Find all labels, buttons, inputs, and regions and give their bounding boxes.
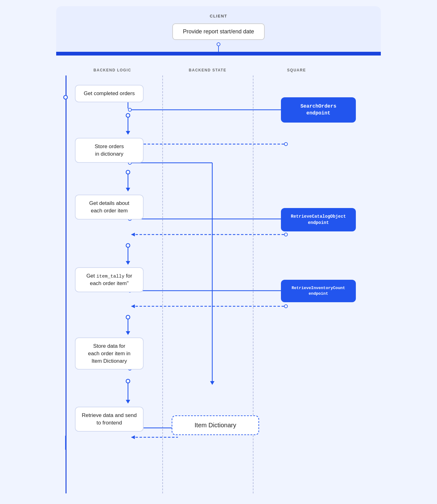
client-label: CLIENT — [210, 14, 227, 18]
blue-bar — [56, 52, 381, 56]
svg-point-2 — [128, 108, 131, 111]
svg-marker-23 — [131, 233, 135, 236]
headers-row: BACKEND LOGIC BACKEND STATE SQUARE — [56, 56, 381, 75]
col-header-logic: BACKEND LOGIC — [62, 62, 162, 75]
svg-point-40 — [126, 379, 130, 383]
svg-point-31 — [284, 305, 287, 308]
svg-point-34 — [126, 315, 130, 319]
col-header-state: BACKEND STATE — [162, 62, 253, 75]
step3-text: Get details abouteach order item — [75, 195, 144, 220]
svg-point-21 — [284, 233, 287, 236]
diagram-container: CLIENT Provide report start/end date BAC… — [56, 6, 381, 499]
step4-text: Get item_tally foreach order item" — [75, 267, 144, 292]
step2-text: Store ordersin dictionary — [75, 138, 144, 163]
client-box: Provide report start/end date — [172, 23, 265, 40]
svg-marker-33 — [131, 304, 135, 308]
svg-point-14 — [126, 170, 130, 174]
svg-marker-26 — [126, 261, 130, 265]
svg-marker-39 — [210, 381, 214, 385]
step1-text: Get completed orders — [75, 85, 144, 102]
ep3-box: RetrieveInventoryCount endpoint — [275, 280, 356, 302]
step4-box: Get item_tally foreach order item" — [75, 267, 144, 292]
svg-marker-42 — [126, 400, 130, 404]
svg-point-24 — [126, 244, 130, 247]
ep2-text: RetrieveCatalogObject endpoint — [281, 208, 356, 231]
ep1-text: SearchOrders endpoint — [281, 97, 356, 123]
step6-text: Retrieve data and sendto frontend — [75, 407, 144, 432]
step3-box: Get details abouteach order item — [75, 195, 144, 220]
step6-box: Retrieve data and sendto frontend — [75, 407, 144, 432]
content-area: Get completed orders SearchOrders endpoi… — [56, 75, 381, 493]
divider-1 — [162, 75, 163, 493]
svg-marker-16 — [126, 188, 130, 191]
svg-marker-47 — [131, 435, 135, 439]
client-section: CLIENT Provide report start/end date — [56, 6, 381, 52]
ep1-box: SearchOrders endpoint — [275, 97, 356, 123]
col-header-square: SQUARE — [253, 62, 340, 75]
client-connector — [217, 42, 220, 46]
item-dict-label: Item Dictionary — [172, 415, 259, 435]
step1-box: Get completed orders — [75, 85, 144, 102]
left-vline — [66, 75, 66, 493]
svg-point-5 — [284, 143, 287, 146]
ep2-box: RetrieveCatalogObject endpoint — [275, 208, 356, 231]
svg-marker-36 — [126, 331, 130, 335]
item-dict-box: Item Dictionary — [172, 415, 259, 435]
step5-box: Store data foreach order item inItem Dic… — [75, 337, 144, 370]
ep3-text: RetrieveInventoryCount endpoint — [281, 280, 356, 302]
svg-point-8 — [126, 114, 130, 117]
step2-box: Store ordersin dictionary — [75, 138, 144, 163]
svg-marker-10 — [126, 131, 130, 135]
step5-text: Store data foreach order item inItem Dic… — [75, 337, 144, 370]
